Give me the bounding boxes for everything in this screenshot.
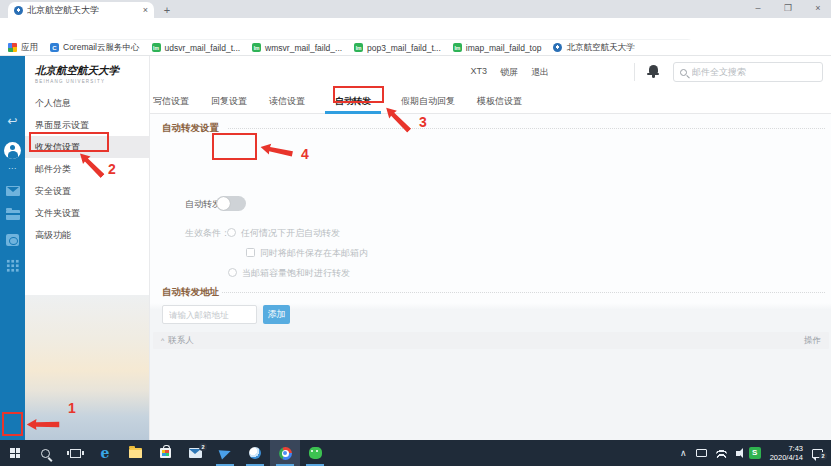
tab-vacation-reply[interactable]: 假期自动回复	[401, 88, 455, 114]
search-icon	[41, 449, 50, 458]
tab-reply-settings[interactable]: 回复设置	[211, 88, 247, 114]
header-divider	[634, 63, 635, 81]
chrome-icon	[279, 447, 292, 460]
apps-grid-icon	[8, 43, 17, 52]
display-tray-icon[interactable]	[696, 449, 707, 457]
rail-separator-dots: ⋯	[0, 164, 25, 173]
app-left-rail: ↩ ⋯ ? ⚙	[0, 56, 25, 440]
section-title-forward-address: 自动转发地址	[162, 286, 219, 299]
notification-bell-icon[interactable]	[647, 65, 659, 77]
screen: 北京航空航天大学 × + – ❐ × ← → ↻ mail.buaa.edu.c…	[0, 0, 831, 466]
auto-forward-panel: 自动转发设置 自动转发： 生效条件： 任何情况下开启自动转发 同时将邮件保存在本…	[150, 114, 831, 440]
window-minimize-button[interactable]: –	[748, 3, 768, 13]
hidden-icons-chevron[interactable]: ∧	[680, 448, 687, 458]
tab-auto-forward[interactable]: 自动转发	[327, 88, 379, 114]
taskbar-search-button[interactable]	[30, 440, 60, 466]
window-close-button[interactable]: ×	[808, 3, 828, 13]
settings-menu-panel: 北京航空航天大学 BEIHANG UNIVERSITY 个人信息 界面显示设置 …	[25, 56, 150, 440]
sidebar-item-personal-info[interactable]: 个人信息	[25, 92, 150, 114]
im-icon: Im	[453, 43, 462, 52]
bookmark-udsvr[interactable]: Im udsvr_mail_faild_t...	[152, 43, 241, 53]
back-arrow-icon[interactable]: ↩	[0, 114, 25, 128]
tab-template-mail[interactable]: 模板信设置	[477, 88, 522, 114]
browser-app-button[interactable]	[240, 440, 270, 466]
add-address-button[interactable]: 添加	[263, 305, 290, 324]
logout-link[interactable]: 退出	[531, 66, 549, 79]
coremail-icon: C	[50, 43, 59, 52]
folder-icon[interactable]	[0, 210, 25, 220]
sidebar-item-folders[interactable]: 文件夹设置	[25, 202, 150, 224]
sidebar-item-advanced[interactable]: 高级功能	[25, 224, 150, 246]
mail-unread-badge: 2	[199, 443, 207, 451]
taskbar-clock[interactable]: 7:43 2020/4/14	[770, 444, 803, 462]
checkbox-keep-copy[interactable]	[246, 248, 255, 257]
sort-caret-icon[interactable]: ^	[161, 337, 164, 344]
bookmark-buaa[interactable]: 北京航空航天大学	[553, 42, 634, 54]
mail-search-box[interactable]	[673, 62, 823, 82]
search-input[interactable]	[692, 67, 816, 77]
wifi-icon[interactable]	[716, 449, 727, 458]
user-avatar-icon[interactable]	[0, 142, 25, 159]
site-favicon-icon	[14, 6, 23, 15]
start-button[interactable]	[0, 440, 30, 466]
chrome-button[interactable]	[270, 440, 300, 466]
bookmark-pop3[interactable]: Im pop3_mail_faild_t...	[354, 43, 441, 53]
task-view-icon	[70, 449, 81, 458]
browser-tab[interactable]: 北京航空航天大学 ×	[8, 2, 154, 18]
wechat-button[interactable]	[300, 440, 330, 466]
windows-taskbar: e 2 ∧ S 7:43 2020/4/14 2	[0, 440, 831, 466]
system-tray: ∧ S 7:43 2020/4/14 2	[680, 444, 831, 462]
section-divider	[228, 128, 825, 129]
radio-when-full[interactable]	[228, 268, 237, 277]
bookmark-apps[interactable]: 应用	[8, 42, 38, 54]
action-center-button[interactable]: 2	[812, 449, 823, 458]
notification-count-badge: 2	[819, 452, 827, 460]
im-icon: Im	[252, 43, 261, 52]
sogou-input-icon[interactable]: S	[749, 447, 761, 459]
windows-logo-icon	[10, 448, 20, 458]
window-maximize-button[interactable]: ❐	[778, 3, 798, 13]
new-tab-button[interactable]: +	[160, 4, 174, 17]
section-title-forward-settings: 自动转发设置	[162, 122, 219, 135]
file-explorer-button[interactable]	[120, 440, 150, 466]
browser-tab-title: 北京航空航天大学	[27, 4, 139, 17]
im-icon: Im	[354, 43, 363, 52]
paper-plane-icon	[218, 446, 232, 459]
logo-title: 北京航空航天大学	[35, 64, 119, 78]
browser-tab-strip: 北京航空航天大学 × + – ❐ ×	[0, 0, 831, 18]
tab-read-settings[interactable]: 读信设置	[269, 88, 305, 114]
volume-icon[interactable]	[736, 451, 740, 456]
condition-label: 生效条件：	[185, 227, 230, 240]
radio-any-condition[interactable]	[227, 228, 236, 237]
contact-column-header[interactable]: 联系人	[168, 335, 194, 347]
feishu-app-button[interactable]	[210, 440, 240, 466]
auto-forward-toggle[interactable]	[216, 196, 246, 211]
sidebar-item-send-receive[interactable]: 收发信设置	[25, 136, 150, 158]
calendar-icon[interactable]	[0, 234, 25, 246]
clock-time: 7:43	[770, 444, 803, 453]
sidebar-item-display[interactable]: 界面显示设置	[25, 114, 150, 136]
lock-screen-link[interactable]: 锁屏	[500, 66, 518, 79]
mail-icon[interactable]	[0, 186, 25, 196]
settings-tabs: 写信设置 回复设置 读信设置 自动转发 假期自动回复 模板信设置	[150, 88, 831, 114]
bookmark-coremail[interactable]: C Coremail云服务中心	[50, 42, 140, 54]
tab-close-icon[interactable]: ×	[143, 5, 148, 15]
settings-content: XT3 锁屏 退出 写信设置 回复设置 读信设置 自动转发 假期自动回复 模板信…	[150, 56, 831, 440]
forward-address-input[interactable]	[162, 305, 257, 324]
bookmark-wmsvr[interactable]: Im wmsvr_mail_faild_...	[252, 43, 342, 53]
radio-any-condition-label: 任何情况下开启自动转发	[241, 227, 340, 240]
action-column-header: 操作	[804, 335, 821, 347]
tab-compose-settings[interactable]: 写信设置	[153, 88, 189, 114]
site-favicon-icon	[553, 43, 562, 52]
apps-grid-icon[interactable]	[0, 259, 25, 272]
ms-store-button[interactable]	[150, 440, 180, 466]
folder-icon	[129, 448, 142, 458]
bookmark-imap[interactable]: Im imap_mail_faild_top	[453, 43, 542, 53]
sidebar-item-security[interactable]: 安全设置	[25, 180, 150, 202]
content-header: XT3 锁屏 退出	[150, 56, 831, 88]
store-bag-icon	[160, 448, 171, 458]
sidebar-item-mail-sorting[interactable]: 邮件分类	[25, 158, 150, 180]
mail-app-button[interactable]: 2	[180, 440, 210, 466]
edge-button[interactable]: e	[90, 440, 120, 466]
task-view-button[interactable]	[60, 440, 90, 466]
